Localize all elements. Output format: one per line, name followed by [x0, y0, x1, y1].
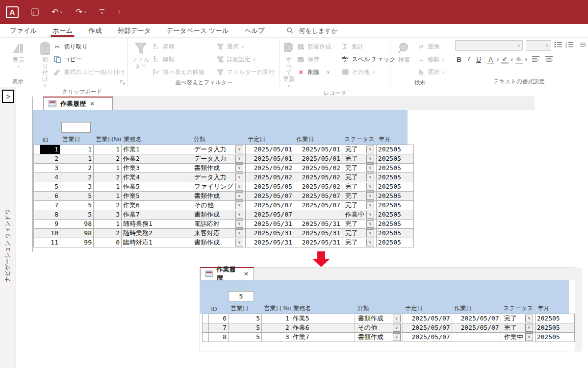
column-header[interactable]: 予定日: [403, 303, 452, 314]
cell[interactable]: 1: [94, 219, 122, 228]
dropdown-button[interactable]: ∨: [366, 192, 374, 200]
dropdown-button[interactable]: ∨: [235, 183, 243, 191]
dropdown-button[interactable]: ∨: [235, 211, 243, 219]
font-name-combo[interactable]: ∨: [455, 40, 523, 51]
cell[interactable]: 2: [94, 172, 122, 182]
tab-file[interactable]: ファイル: [2, 24, 45, 37]
go-to-button[interactable]: → 移動 ∨: [416, 53, 448, 66]
cell[interactable]: 2025/05/31: [294, 219, 342, 228]
cell[interactable]: 0: [94, 238, 122, 247]
column-header[interactable]: 営業日: [60, 134, 94, 145]
highlight-color-button[interactable]: ✐: [501, 56, 509, 63]
cell[interactable]: 202505: [535, 323, 574, 332]
column-header[interactable]: 分類: [355, 303, 403, 314]
cell[interactable]: データ入力∨: [191, 145, 246, 154]
record-selector[interactable]: [34, 145, 40, 154]
record-selector[interactable]: [34, 182, 40, 191]
cell[interactable]: 完了∨: [342, 219, 376, 228]
dropdown-button[interactable]: ∨: [393, 315, 401, 322]
nav-pane-title[interactable]: ナビゲーション ウィンドウ: [3, 194, 12, 282]
cell[interactable]: 2: [94, 154, 122, 163]
column-header[interactable]: ステータス: [501, 303, 535, 314]
cell[interactable]: データ入力∨: [191, 172, 246, 182]
cell[interactable]: 作業7: [291, 332, 355, 342]
tab-external-data[interactable]: 外部データ: [109, 24, 158, 37]
record-selector[interactable]: [34, 219, 40, 228]
cell[interactable]: その他∨: [191, 200, 246, 210]
select-button[interactable]: 選択 ∨: [416, 66, 448, 78]
cell[interactable]: [294, 210, 342, 219]
cell[interactable]: 1: [60, 154, 94, 163]
italic-button[interactable]: I: [465, 55, 473, 63]
record-selector[interactable]: [34, 172, 40, 182]
cell[interactable]: 5: [229, 332, 262, 342]
tab-create[interactable]: 作成: [80, 24, 109, 37]
cell[interactable]: 2025/05/07: [294, 200, 342, 210]
spelling-button[interactable]: abc✓ スペル チェック: [340, 53, 398, 66]
advanced-filter-button[interactable]: 詳細設定 ∨: [215, 53, 278, 66]
tab-home[interactable]: ホーム: [45, 24, 80, 37]
filter-button[interactable]: フィルター: [131, 40, 150, 78]
cell[interactable]: 書類作成∨: [355, 332, 403, 342]
cell[interactable]: 2: [94, 228, 122, 238]
format-painter-button[interactable]: 書式のコピー/貼り付け: [52, 66, 128, 78]
save-icon[interactable]: [31, 8, 39, 16]
cell[interactable]: 書類作成∨: [355, 314, 403, 323]
cell[interactable]: 2025/05/31: [245, 228, 294, 238]
cell[interactable]: 2025/05/01: [245, 154, 294, 163]
cell[interactable]: 2025/05/02: [294, 163, 342, 172]
clipboard-dialog-launcher-icon[interactable]: [120, 79, 126, 86]
cell[interactable]: 2025/05/02: [245, 163, 294, 172]
doc2-tab[interactable]: 作業履歴 ✕: [200, 267, 254, 280]
tell-me-search[interactable]: 何をしますか: [286, 24, 338, 37]
cell[interactable]: 2: [40, 154, 60, 163]
cell[interactable]: 202505: [376, 145, 413, 154]
dropdown-button[interactable]: ∨: [366, 229, 374, 237]
cell[interactable]: 作業中∨: [342, 210, 376, 219]
nav-pane-expand-button[interactable]: >: [2, 90, 14, 103]
doc1-header-textbox[interactable]: [61, 122, 91, 133]
cut-button[interactable]: ✂ 切り取り: [52, 40, 128, 53]
cell[interactable]: 完了∨: [342, 182, 376, 191]
cell[interactable]: 作業1: [122, 145, 191, 154]
record-selector[interactable]: [34, 191, 40, 200]
cell[interactable]: 202505: [376, 219, 413, 228]
cell[interactable]: 202505: [376, 191, 413, 200]
sort-ascending-button[interactable]: AZ↓ 昇順: [151, 40, 207, 53]
align-center-icon[interactable]: [545, 55, 553, 64]
cell[interactable]: データ入力∨: [191, 154, 246, 163]
touch-mouse-mode-icon[interactable]: ±: [117, 9, 121, 15]
toggle-filter-button[interactable]: フィルターの実行: [215, 66, 278, 78]
column-header[interactable]: 年月: [535, 303, 574, 314]
column-header[interactable]: ステータス: [342, 134, 376, 145]
cell[interactable]: 2025/05/31: [245, 219, 294, 228]
find-button[interactable]: 検索: [393, 40, 415, 78]
cell[interactable]: 2025/05/07: [245, 200, 294, 210]
cell[interactable]: 完了∨: [342, 154, 376, 163]
underline-button[interactable]: U: [475, 56, 483, 63]
cell[interactable]: 98: [60, 219, 94, 228]
dropdown-button[interactable]: ∨: [235, 192, 243, 200]
cell[interactable]: 1: [94, 182, 122, 191]
cell[interactable]: 1: [262, 314, 291, 323]
cell[interactable]: 202505: [376, 210, 413, 219]
record-selector[interactable]: [203, 323, 209, 332]
dropdown-button[interactable]: ∨: [235, 164, 243, 172]
cell[interactable]: [452, 332, 501, 342]
cell[interactable]: 書類作成∨: [191, 163, 246, 172]
cell[interactable]: 作業5: [291, 314, 355, 323]
doc2-scrollbar[interactable]: [575, 268, 582, 351]
cell[interactable]: 2: [60, 172, 94, 182]
dropdown-button[interactable]: ∨: [235, 239, 243, 246]
dropdown-button[interactable]: ∨: [235, 173, 243, 181]
totals-button[interactable]: Σ 集計: [340, 40, 398, 53]
column-header[interactable]: 営業日 No: [262, 303, 291, 314]
cell[interactable]: 2025/05/02: [294, 172, 342, 182]
cell[interactable]: 作業5: [122, 191, 191, 200]
cell[interactable]: 完了∨: [501, 323, 535, 332]
cell[interactable]: 作業6: [291, 323, 355, 332]
cell[interactable]: 作業4: [122, 172, 191, 182]
dropdown-button[interactable]: ∨: [366, 211, 374, 219]
cell[interactable]: 2025/05/07: [294, 191, 342, 200]
cell[interactable]: 5: [40, 182, 60, 191]
